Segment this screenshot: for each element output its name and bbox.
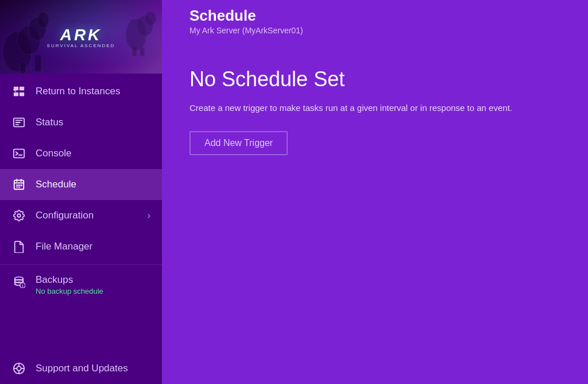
sidebar-navigation: Return to Instances Status [0,74,162,384]
svg-rect-5 [20,62,26,74]
svg-rect-4 [34,55,41,72]
support-icon [11,361,26,376]
sidebar-item-backups[interactable]: ! Backups No backup schedule [0,267,162,306]
file-manager-label: File Manager [36,241,150,252]
support-and-updates-label: Support and Updates [36,363,150,374]
page-subtitle: My Ark Server (MyArkServer01) [189,26,560,35]
svg-rect-27 [18,185,20,186]
svg-rect-28 [21,185,22,186]
page-title: Schedule [189,7,560,25]
no-schedule-description: Create a new trigger to make tasks run a… [189,102,560,115]
svg-rect-13 [14,93,18,96]
return-to-instances-label: Return to Instances [36,86,150,97]
sidebar: ARK SURVIVAL ASCENDED Return to Instance… [0,0,162,384]
ark-logo-sub: SURVIVAL ASCENDED [47,43,115,48]
content-area: No Schedule Set Create a new trigger to … [189,47,560,155]
schedule-icon [11,177,26,192]
main-content: Schedule My Ark Server (MyArkServer01) N… [162,0,588,384]
configuration-arrow: › [148,210,150,221]
config-icon [11,208,26,223]
svg-point-43 [17,366,21,370]
add-new-trigger-button[interactable]: Add New Trigger [189,131,288,155]
file-icon [11,239,26,254]
svg-rect-19 [16,124,19,125]
sidebar-banner: ARK SURVIVAL ASCENDED [0,0,162,74]
dino-right-decoration [116,6,156,57]
schedule-label: Schedule [36,179,150,190]
backups-label: Backups [36,274,103,286]
svg-rect-29 [16,187,18,188]
svg-rect-30 [18,187,20,188]
sidebar-item-return-to-instances[interactable]: Return to Instances [0,76,162,107]
sidebar-item-support-and-updates[interactable]: Support and Updates [0,353,162,384]
sidebar-item-configuration[interactable]: Configuration › [0,200,162,231]
backups-icon: ! [11,274,26,302]
svg-rect-10 [140,47,145,56]
svg-rect-18 [16,122,21,123]
backups-text: Backups No backup schedule [36,274,103,295]
return-icon [11,84,26,99]
ark-logo-text: ARK [60,26,102,44]
backups-sublabel: No backup schedule [36,287,103,295]
sidebar-item-schedule[interactable]: Schedule [0,169,162,200]
svg-rect-26 [16,185,18,186]
svg-point-31 [17,214,21,217]
svg-rect-14 [20,93,24,96]
sidebar-item-status[interactable]: Status [0,107,162,138]
no-schedule-title: No Schedule Set [189,67,560,91]
svg-text:!: ! [22,283,23,288]
sidebar-item-file-manager[interactable]: File Manager [0,231,162,262]
svg-rect-9 [132,46,137,56]
svg-rect-12 [20,87,24,90]
status-icon [11,115,26,130]
nav-divider [0,264,162,265]
sidebar-item-console[interactable]: Console [0,138,162,169]
ark-logo: ARK SURVIVAL ASCENDED [47,26,115,48]
svg-point-8 [145,11,156,25]
configuration-label: Configuration [36,210,138,221]
svg-rect-20 [14,149,24,158]
console-label: Console [36,148,150,159]
svg-rect-17 [16,120,23,121]
console-icon [11,146,26,161]
page-header: Schedule My Ark Server (MyArkServer01) [189,0,560,47]
status-label: Status [36,117,150,128]
